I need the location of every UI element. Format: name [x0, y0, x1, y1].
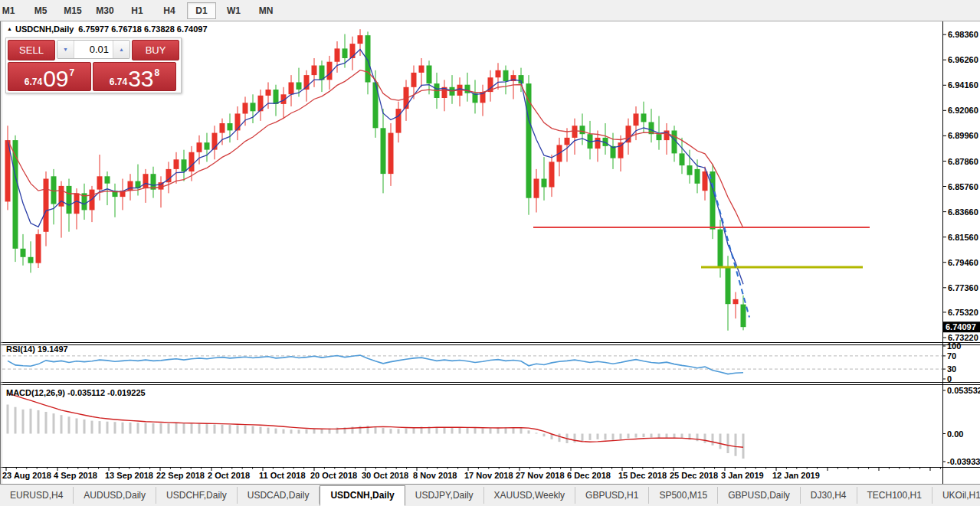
tab-gbpusd-h1[interactable]: GBPUSD,H1: [575, 487, 649, 504]
macd-histogram-bar: [145, 423, 147, 434]
price-axis-label: 6.83660: [948, 207, 978, 217]
macd-histogram-bar: [15, 407, 17, 434]
tab-usdcad-daily[interactable]: USDCAD,Daily: [238, 487, 320, 504]
macd-histogram-bar: [359, 426, 362, 434]
chart-area: 6.983606.962606.941606.920606.899606.878…: [0, 21, 980, 484]
macd-histogram-bar: [76, 419, 78, 434]
timeframe-button-h4[interactable]: H4: [155, 2, 184, 19]
macd-histogram-bar: [221, 425, 224, 434]
candle-body: [36, 234, 41, 263]
chart-ohlc-values: 6.75977 6.76718 6.73828 6.74097: [78, 24, 207, 34]
volume-increase-button[interactable]: ▲: [113, 41, 129, 58]
timeframe-button-m5[interactable]: M5: [26, 2, 55, 19]
candle-body: [726, 268, 731, 304]
tab-usdcnh-daily[interactable]: USDCNH,Daily: [320, 485, 405, 506]
x-axis-label: 27 Nov 2018: [516, 471, 565, 480]
macd-histogram-bar: [520, 428, 523, 434]
macd-label: MACD(12,26,9) -0.035112 -0.019225: [6, 388, 146, 397]
rsi-axis-label: 100: [947, 341, 961, 351]
tab-usdchf-daily[interactable]: USDCHF,Daily: [156, 487, 238, 504]
tab-eurusd-h4[interactable]: EURUSD,H4: [0, 487, 74, 504]
tab-ukoil-h1[interactable]: UKOil,H1: [932, 487, 980, 504]
candle-body: [741, 305, 746, 328]
price-axis-label: 6.85760: [948, 182, 978, 191]
candle-body: [733, 299, 739, 304]
tab-tech100-h1[interactable]: TECH100,H1: [857, 487, 932, 504]
macd-histogram-bar: [160, 423, 162, 433]
candle-body: [595, 138, 601, 149]
macd-histogram-bar: [666, 434, 668, 438]
sell-button[interactable]: SELL: [8, 40, 55, 60]
timeframe-button-mn[interactable]: MN: [251, 2, 280, 19]
macd-histogram-bar: [168, 423, 170, 433]
tab-xauusd-weekly[interactable]: XAUUSD,Weekly: [484, 487, 575, 504]
x-axis-label: 12 Jan 2019: [772, 471, 820, 480]
macd-histogram-bar: [122, 423, 124, 434]
candle-body: [97, 176, 103, 189]
price-axis-label: 6.75320: [948, 308, 978, 317]
macd-histogram-bar: [474, 428, 477, 433]
timeframe-button-m15[interactable]: M15: [58, 2, 87, 19]
macd-histogram-bar: [589, 434, 592, 440]
buy-price-box[interactable]: 6.74 33 8: [93, 62, 176, 91]
macd-histogram-bar: [643, 434, 645, 438]
candle-body: [657, 134, 662, 140]
macd-histogram-bar: [229, 425, 231, 433]
candle-body: [243, 103, 248, 113]
macd-histogram-bar: [605, 434, 607, 440]
tab-gbpusd-daily[interactable]: GBPUSD,Daily: [718, 487, 801, 504]
macd-histogram-bar: [22, 410, 25, 434]
timeframe-button-m1[interactable]: M1: [0, 2, 23, 19]
rsi-label: RSI(14) 19.1497: [6, 344, 68, 354]
candle-body: [534, 179, 539, 198]
x-axis-label: 13 Sep 2018: [105, 471, 153, 480]
tab-sp500-m15[interactable]: SP500,M15: [649, 487, 718, 504]
candle-body: [74, 193, 80, 214]
candle-body: [297, 83, 302, 90]
x-axis-label: 25 Dec 2018: [670, 471, 718, 480]
chart-header: ▲USDCNH,Daily6.75977 6.76718 6.73828 6.7…: [7, 24, 208, 34]
macd-histogram-bar: [674, 434, 676, 439]
macd-histogram-bar: [719, 434, 722, 449]
candle-body: [266, 90, 271, 96]
price-axis-label: 6.94160: [948, 80, 978, 90]
buy-button[interactable]: BUY: [132, 40, 179, 60]
macd-histogram-bar: [405, 429, 408, 434]
timeframe-button-d1[interactable]: D1: [187, 2, 216, 19]
price-axis-label: 6.89960: [948, 131, 978, 140]
macd-histogram-bar: [214, 424, 216, 433]
candle-body: [680, 153, 685, 165]
candle-body: [21, 249, 26, 257]
candle-body: [542, 179, 547, 188]
volume-input[interactable]: 0.01: [74, 41, 113, 58]
tab-usdjpy-daily[interactable]: USDJPY,Daily: [405, 487, 484, 504]
macd-histogram-bar: [712, 434, 714, 446]
sell-price-box[interactable]: 6.74 09 7: [8, 62, 91, 91]
macd-histogram-bar: [582, 434, 584, 442]
volume-decrease-button[interactable]: ▼: [57, 41, 74, 58]
timeframe-button-w1[interactable]: W1: [219, 2, 248, 19]
chevron-down-icon: ▼: [63, 47, 68, 52]
macd-histogram-bar: [735, 434, 737, 456]
macd-histogram-bar: [152, 423, 155, 434]
timeframe-button-h1[interactable]: H1: [123, 2, 152, 19]
chart-symbol-label: USDCNH,Daily: [15, 24, 74, 34]
x-axis-label: 23 Aug 2018: [2, 471, 51, 480]
price-axis-label: 6.98360: [948, 30, 978, 39]
buy-price-prefix: 6.74: [110, 77, 127, 87]
timeframe-button-m30[interactable]: M30: [90, 2, 120, 19]
candle-body: [411, 73, 417, 87]
collapse-icon[interactable]: ▲: [7, 26, 12, 31]
candle-body: [128, 181, 133, 191]
candle-body: [67, 186, 72, 214]
macd-histogram-bar: [559, 434, 561, 442]
tab-dj30-h4[interactable]: DJ30,H4: [801, 487, 857, 504]
macd-histogram-bar: [635, 434, 637, 438]
tab-audusd-daily[interactable]: AUDUSD,Daily: [74, 487, 156, 504]
candle-body: [205, 142, 210, 149]
macd-histogram-bar: [252, 426, 254, 434]
macd-histogram-bar: [183, 423, 185, 433]
buy-price-big: 33: [128, 67, 153, 90]
candle-body: [251, 103, 256, 111]
macd-histogram-bar: [53, 413, 55, 433]
